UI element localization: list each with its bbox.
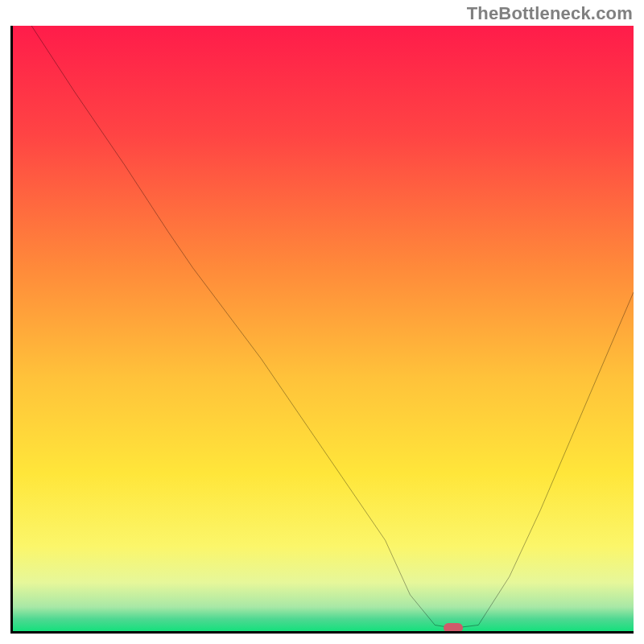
optimal-marker xyxy=(444,623,463,633)
curve-layer xyxy=(13,26,634,631)
plot-area xyxy=(10,26,634,634)
bottleneck-curve xyxy=(31,26,634,628)
watermark-text: TheBottleneck.com xyxy=(467,3,633,24)
chart-container: TheBottleneck.com xyxy=(0,0,644,644)
